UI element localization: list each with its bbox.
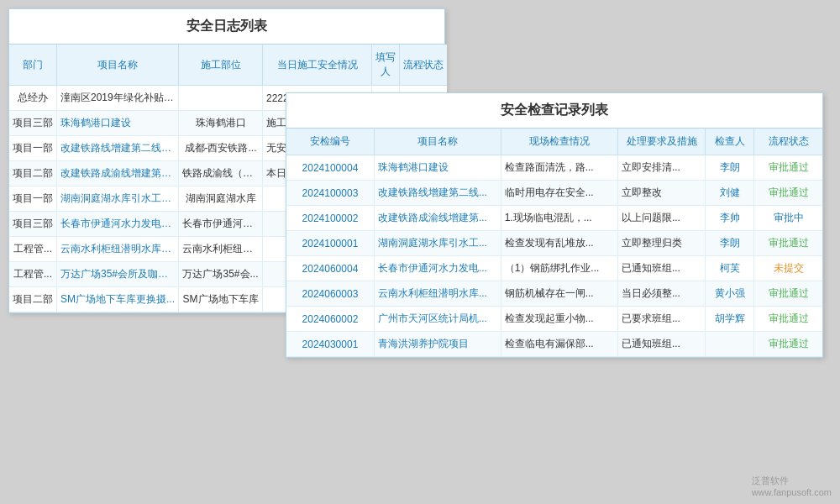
safety-check-table: 安检编号 项目名称 现场检查情况 处理要求及措施 检查人 流程状态 202410… bbox=[286, 129, 822, 357]
cell-handling: 已要求班组... bbox=[617, 307, 705, 332]
cell-site: 万达广场35#会... bbox=[179, 262, 263, 287]
cell-project[interactable]: 湖南洞庭湖水库引水工... bbox=[374, 231, 501, 256]
cell-inspector: 黄小强 bbox=[706, 281, 754, 307]
cell-inspect-status: （1）钢筋绑扎作业... bbox=[501, 256, 617, 281]
col-header-inspector: 检查人 bbox=[706, 129, 754, 155]
cell-handling: 立即安排清... bbox=[617, 155, 705, 181]
cell-handling: 立即整改 bbox=[617, 181, 705, 206]
cell-site: 铁路成渝线（成... bbox=[179, 161, 263, 186]
cell-project[interactable]: 青海洪湖养护院项目 bbox=[374, 332, 501, 357]
cell-inspect-status: 临时用电存在安全... bbox=[501, 181, 617, 206]
cell-project[interactable]: 长春市伊通河水力发电... bbox=[374, 256, 501, 281]
cell-inspect-status: 检查发现有乱堆放... bbox=[501, 231, 617, 256]
cell-handling: 已通知班组... bbox=[617, 256, 705, 281]
col-header-status: 当日施工安全情况 bbox=[263, 45, 372, 86]
table-row: 2024030001 青海洪湖养护院项目 检查临电有漏保部... 已通知班组..… bbox=[286, 332, 822, 357]
cell-dept: 工程管... bbox=[9, 237, 57, 262]
cell-handling: 以上问题限... bbox=[617, 206, 705, 231]
cell-inspect-status: 1.现场临电混乱，... bbox=[501, 206, 617, 231]
col-header-site: 施工部位 bbox=[179, 45, 263, 86]
cell-dept: 项目二部 bbox=[9, 161, 57, 186]
cell-id[interactable]: 2024100002 bbox=[286, 206, 374, 231]
table-row: 2024100004 珠海鹤港口建设 检查路面清洗，路... 立即安排清... … bbox=[286, 155, 822, 181]
cell-inspector: 胡学辉 bbox=[706, 307, 754, 332]
cell-id[interactable]: 2024060002 bbox=[286, 307, 374, 332]
cell-project[interactable]: 万达广场35#会所及咖啡... bbox=[57, 262, 179, 287]
cell-flow-status: 审批通过 bbox=[754, 181, 822, 206]
cell-handling: 立即整理归类 bbox=[617, 231, 705, 256]
col-header-writer: 填写人 bbox=[372, 45, 400, 86]
cell-site: 云南水利柜纽潜... bbox=[179, 237, 263, 262]
cell-dept: 项目二部 bbox=[9, 287, 57, 312]
cell-flow-status: 未提交 bbox=[754, 256, 822, 281]
cell-project[interactable]: 改建铁路成渝线增建第二... bbox=[57, 161, 179, 186]
cell-project[interactable]: 改建铁路线增建第二线... bbox=[374, 181, 501, 206]
cell-id[interactable]: 2024030001 bbox=[286, 332, 374, 357]
cell-project[interactable]: SM广场地下车库更换摄... bbox=[57, 287, 179, 312]
cell-site: 成都-西安铁路... bbox=[179, 136, 263, 161]
cell-project[interactable]: 云南水利柜纽潜明水库... bbox=[374, 281, 501, 307]
cell-flow-status: 审批中 bbox=[754, 206, 822, 231]
cell-dept: 项目一部 bbox=[9, 186, 57, 212]
cell-project[interactable]: 长春市伊通河水力发电厂... bbox=[57, 212, 179, 237]
cell-project[interactable]: 云南水利柜纽潜明水库一... bbox=[57, 237, 179, 262]
col-header-flow: 流程状态 bbox=[754, 129, 822, 155]
cell-inspector: 李朗 bbox=[706, 231, 754, 256]
cell-dept: 总经办 bbox=[9, 86, 57, 111]
table-row: 2024060002 广州市天河区统计局机... 检查发现起重小物... 已要求… bbox=[286, 307, 822, 332]
cell-project[interactable]: 改建铁路成渝线增建第... bbox=[374, 206, 501, 231]
right-panel: 安全检查记录列表 安检编号 项目名称 现场检查情况 处理要求及措施 检查人 流程… bbox=[286, 92, 823, 358]
cell-flow-status: 审批通过 bbox=[754, 231, 822, 256]
cell-inspect-status: 检查临电有漏保部... bbox=[501, 332, 617, 357]
cell-site: 长春市伊通河水... bbox=[179, 212, 263, 237]
col-header-flow: 流程状态 bbox=[400, 45, 448, 86]
cell-handling: 已通知班组... bbox=[617, 332, 705, 357]
cell-id[interactable]: 2024100004 bbox=[286, 155, 374, 181]
col-header-id: 安检编号 bbox=[286, 129, 374, 155]
cell-site bbox=[179, 86, 263, 111]
cell-dept: 项目三部 bbox=[9, 212, 57, 237]
cell-project[interactable]: 改建铁路线增建第二线直... bbox=[57, 136, 179, 161]
col-header-dept: 部门 bbox=[9, 45, 57, 86]
cell-inspector: 柯芙 bbox=[706, 256, 754, 281]
cell-project[interactable]: 湖南洞庭湖水库引水工程... bbox=[57, 186, 179, 212]
cell-project[interactable]: 珠海鹤港口建设 bbox=[57, 111, 179, 136]
cell-site: 珠海鹤港口 bbox=[179, 111, 263, 136]
cell-dept: 项目三部 bbox=[9, 111, 57, 136]
cell-flow-status: 审批通过 bbox=[754, 281, 822, 307]
watermark-line2: www.fanpusoft.com bbox=[752, 487, 832, 497]
watermark: 泛普软件 www.fanpusoft.com bbox=[752, 475, 832, 497]
right-panel-title: 安全检查记录列表 bbox=[286, 93, 822, 129]
cell-inspector bbox=[706, 332, 754, 357]
cell-inspect-status: 检查发现起重小物... bbox=[501, 307, 617, 332]
cell-project: 潼南区2019年绿化补贴项... bbox=[57, 86, 179, 111]
cell-id[interactable]: 2024060004 bbox=[286, 256, 374, 281]
table-row: 2024100003 改建铁路线增建第二线... 临时用电存在安全... 立即整… bbox=[286, 181, 822, 206]
col-header-projname: 项目名称 bbox=[374, 129, 501, 155]
table-row: 2024100001 湖南洞庭湖水库引水工... 检查发现有乱堆放... 立即整… bbox=[286, 231, 822, 256]
cell-inspect-status: 钢筋机械存在一闸... bbox=[501, 281, 617, 307]
col-header-inspect: 现场检查情况 bbox=[501, 129, 617, 155]
cell-project[interactable]: 广州市天河区统计局机... bbox=[374, 307, 501, 332]
cell-inspect-status: 检查路面清洗，路... bbox=[501, 155, 617, 181]
table-row: 2024100002 改建铁路成渝线增建第... 1.现场临电混乱，... 以上… bbox=[286, 206, 822, 231]
watermark-line1: 泛普软件 bbox=[752, 475, 832, 487]
table-row: 2024060004 长春市伊通河水力发电... （1）钢筋绑扎作业... 已通… bbox=[286, 256, 822, 281]
cell-inspector: 李朗 bbox=[706, 155, 754, 181]
cell-site: SM广场地下车库 bbox=[179, 287, 263, 312]
table-row: 2024060003 云南水利柜纽潜明水库... 钢筋机械存在一闸... 当日必… bbox=[286, 281, 822, 307]
cell-id[interactable]: 2024100001 bbox=[286, 231, 374, 256]
cell-handling: 当日必须整... bbox=[617, 281, 705, 307]
cell-flow-status: 审批通过 bbox=[754, 332, 822, 357]
cell-inspector: 刘健 bbox=[706, 181, 754, 206]
col-header-proj: 项目名称 bbox=[57, 45, 179, 86]
cell-dept: 项目一部 bbox=[9, 136, 57, 161]
left-panel-title: 安全日志列表 bbox=[9, 9, 444, 45]
cell-site: 湖南洞庭湖水库 bbox=[179, 186, 263, 212]
cell-flow-status: 审批通过 bbox=[754, 155, 822, 181]
col-header-handle: 处理要求及措施 bbox=[617, 129, 705, 155]
cell-flow-status: 审批通过 bbox=[754, 307, 822, 332]
cell-project[interactable]: 珠海鹤港口建设 bbox=[374, 155, 501, 181]
cell-id[interactable]: 2024100003 bbox=[286, 181, 374, 206]
cell-id[interactable]: 2024060003 bbox=[286, 281, 374, 307]
